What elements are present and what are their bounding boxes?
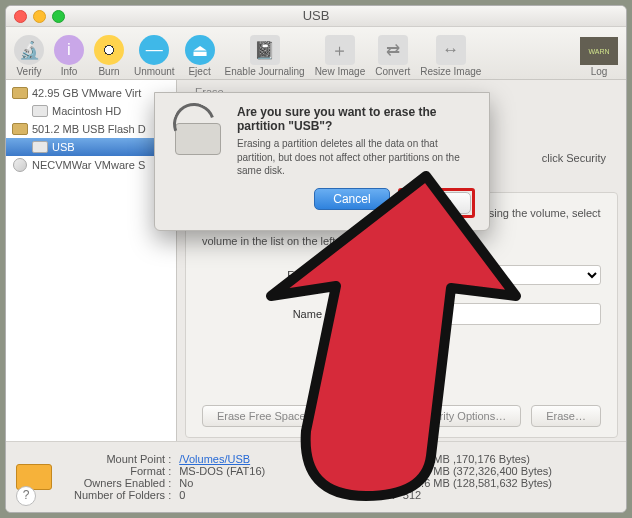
titlebar: USB <box>6 6 626 27</box>
toolbar-resize-image-button[interactable]: ↔Resize Image <box>420 35 481 77</box>
burn-icon <box>94 35 124 65</box>
sidebar-item-necvmwar[interactable]: NECVMWar VMware S <box>6 156 176 174</box>
close-window-button[interactable] <box>14 10 27 23</box>
mount-point-link[interactable]: /Volumes/USB <box>179 453 250 465</box>
internal-disk-icon <box>12 87 28 99</box>
toolbar-enable-journaling-button[interactable]: 📓Enable Journaling <box>225 35 305 77</box>
new-image-icon: ＋ <box>325 35 355 65</box>
format-field: Format d (Journaled) <box>202 265 601 285</box>
toolbar-log-button[interactable]: WARN Log <box>580 37 618 77</box>
footer-info: Mount Point :/Volumes/USB Format :MS-DOS… <box>6 441 626 512</box>
toolbar: 🔬Verify iInfo Burn —Unmount ⏏Eject 📓Enab… <box>6 27 626 80</box>
info-icon: i <box>54 35 84 65</box>
eject-icon: ⏏ <box>185 35 215 65</box>
panel-text-2: volume in the list on the left, and clic… <box>202 235 601 247</box>
toolbar-unmount-button[interactable]: —Unmount <box>134 35 175 77</box>
toolbar-info-button[interactable]: iInfo <box>54 35 84 77</box>
log-icon: WARN <box>580 37 618 65</box>
microscope-icon: 🔬 <box>14 35 44 65</box>
name-field: Name <box>202 303 601 325</box>
disk-utility-app-icon <box>169 105 225 155</box>
dialog-cancel-button[interactable]: Cancel <box>314 188 389 210</box>
format-select[interactable]: d (Journaled) <box>330 265 601 285</box>
journal-icon: 📓 <box>250 35 280 65</box>
toolbar-convert-button[interactable]: ⇄Convert <box>375 35 410 77</box>
sidebar-item-usb-flash-disk[interactable]: 501.2 MB USB Flash D <box>6 120 176 138</box>
unmount-icon: — <box>139 35 169 65</box>
confirm-erase-dialog: Are you sure you want to erase the parti… <box>154 92 490 231</box>
erase-button[interactable]: Erase… <box>531 405 601 427</box>
sidebar: 42.95 GB VMware Virt Macintosh HD 501.2 … <box>6 80 177 446</box>
erase-free-space-button[interactable]: Erase Free Space… <box>202 405 332 427</box>
window-title: USB <box>303 8 330 23</box>
convert-icon: ⇄ <box>378 35 408 65</box>
resize-icon: ↔ <box>436 35 466 65</box>
dialog-erase-button[interactable]: Erase <box>402 192 471 214</box>
help-button[interactable]: ? <box>16 486 36 506</box>
disk-utility-window: USB 🔬Verify iInfo Burn —Unmount ⏏Eject 📓… <box>5 5 627 513</box>
volume-icon <box>32 141 48 153</box>
zoom-window-button[interactable] <box>52 10 65 23</box>
sidebar-item-usb[interactable]: USB <box>6 138 176 156</box>
toolbar-eject-button[interactable]: ⏏Eject <box>185 35 215 77</box>
external-disk-icon <box>12 123 28 135</box>
security-options-button[interactable]: rity Options… <box>425 405 522 427</box>
erase-highlight: Erase <box>398 188 475 218</box>
traffic-lights <box>14 10 65 23</box>
toolbar-verify-button[interactable]: 🔬Verify <box>14 35 44 77</box>
dialog-body: Erasing a partition deletes all the data… <box>237 137 475 178</box>
sidebar-item-macintosh-hd[interactable]: Macintosh HD <box>6 102 176 120</box>
sidebar-item-vmware-disk[interactable]: 42.95 GB VMware Virt <box>6 84 176 102</box>
dialog-title: Are you sure you want to erase the parti… <box>237 105 475 133</box>
name-input[interactable] <box>330 303 601 325</box>
minimize-window-button[interactable] <box>33 10 46 23</box>
optical-disc-icon <box>13 158 27 172</box>
toolbar-new-image-button[interactable]: ＋New Image <box>315 35 366 77</box>
security-hint: click Security <box>542 152 606 164</box>
toolbar-burn-button[interactable]: Burn <box>94 35 124 77</box>
volume-icon <box>32 105 48 117</box>
